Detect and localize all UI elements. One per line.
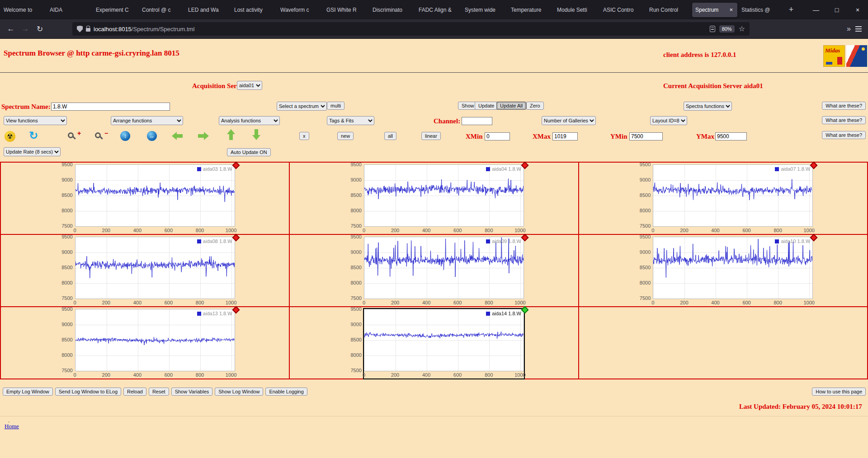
url-bar[interactable]: localhost:8015/Spectrum/Spectrum.tml 80%… [72,22,750,36]
enable-logging-button[interactable]: Enable Logging [265,388,307,396]
gallery-cell-aida13[interactable]: 95009000850080007500aida13 1.8.W02004006… [0,307,289,379]
back-button[interactable]: ← [4,22,18,36]
new-button[interactable]: new [337,132,354,140]
what-are-these-button-1[interactable]: What are these? [822,102,866,110]
select-spectrum-dropdown[interactable]: Select a spectrum [277,102,327,111]
y-axis-labels: 95009000850080007500 [344,164,364,227]
all-button[interactable]: all [384,132,396,140]
browser-tab-gsi-white-r[interactable]: GSI White R [323,3,368,17]
zoom-in-icon[interactable]: + [68,132,83,142]
gallery-cell-aida07[interactable]: 95009000850080007500aida07 1.8.W02004006… [579,162,868,234]
browser-tab-asic-contro[interactable]: ASIC Contro [600,3,645,17]
gallery-cell-aida14[interactable]: 95009000850080007500aida14 1.8.W02004006… [289,307,578,379]
zero-button[interactable]: Zero [526,102,544,110]
refresh-spectra-icon[interactable]: ↻ [29,130,38,141]
browser-tab-temperature[interactable]: Temperature [508,3,553,17]
update-all-button[interactable]: Update All [496,102,526,110]
bookmark-star-icon[interactable]: ☆ [739,25,745,33]
arrange-functions-dropdown[interactable]: Arrange functions [111,116,183,125]
move-left-icon[interactable] [172,132,184,140]
minimize-button[interactable]: — [806,0,826,19]
auto-update-button[interactable]: Auto Update ON [227,148,271,156]
browser-tab-module-setti[interactable]: Module Setti [554,3,599,17]
y-axis-labels: 95009000850080007500 [344,237,364,299]
browser-tab-lost-activity[interactable]: Lost activity [231,3,276,17]
show-log-window-button[interactable]: Show Log Window [215,388,263,396]
ymin-input[interactable] [629,132,663,140]
x-axis-labels: 02004006008001000 [653,299,813,306]
gallery-cell-aida09[interactable]: 95009000850080007500aida09 1.8.W02004006… [289,234,578,307]
home-link[interactable]: Home [5,423,19,430]
send-log-window-to-elog-button[interactable]: Send Log Window to ELog [55,388,121,396]
url-host: localhost:8015 [94,26,132,33]
ymax-input[interactable] [715,132,747,140]
browser-tab-waveform-c[interactable]: Waveform c [277,3,322,17]
menu-button[interactable] [855,26,862,32]
x-button[interactable]: x [299,132,309,140]
overflow-chevron-icon[interactable]: » [847,25,851,33]
x-tick-label: 0 [74,228,76,233]
browser-tab-discriminato[interactable]: Discriminato [369,3,415,17]
tags-fits-dropdown[interactable]: Tags & Fits [327,116,374,125]
analysis-functions-dropdown[interactable]: Analysis functions [219,116,280,125]
tracking-protection-shield-icon[interactable] [77,26,83,33]
layout-id-dropdown[interactable]: Layout ID=8 [650,116,687,125]
browser-tab-led-and-wa[interactable]: LED and Wa [185,3,230,17]
reload-button[interactable]: ↻ [33,22,47,36]
move-down-icon[interactable] [252,129,260,141]
browser-tab-statistics[interactable]: Statistics @ [738,3,783,17]
browser-tab-welcome-to[interactable]: Welcome to [0,3,46,17]
spectra-functions-dropdown[interactable]: Spectra functions [684,102,732,111]
browser-tab-run-control[interactable]: Run Control [646,3,691,17]
xmax-input[interactable] [552,132,578,140]
browser-tab-experiment-c[interactable]: Experiment C [93,3,138,17]
reload-button[interactable]: Reload [123,388,146,396]
lock-icon[interactable] [86,28,90,32]
update-button[interactable]: Update [475,102,498,110]
tab-close-icon[interactable]: × [728,6,734,13]
reset-button[interactable]: Reset [149,388,169,396]
multi-button[interactable]: multi [327,102,344,110]
radiation-icon[interactable]: ☢ [5,131,15,142]
move-up-icon[interactable] [227,129,235,141]
browser-tab-system-wide[interactable]: System wide [462,3,507,17]
linear-button[interactable]: linear [421,132,441,140]
acquisition-server-select[interactable]: aida01 [237,81,262,90]
what-are-these-button-3[interactable]: What are these? [822,131,866,139]
zoom-out-icon[interactable]: − [95,132,110,142]
browser-tab-spectrum[interactable]: Spectrum× [692,3,737,17]
expand-y-icon[interactable]: ↕ [120,131,130,141]
move-right-icon[interactable] [198,132,210,140]
expand-x-icon[interactable]: ↔ [147,131,157,141]
chart-canvas [653,237,813,299]
browser-tab-aida[interactable]: AIDA [47,3,92,17]
show-variables-button[interactable]: Show Variables [171,388,213,396]
spectrum-name-input[interactable] [51,103,170,111]
channel-input[interactable] [462,117,492,125]
y-tick-label: 9000 [640,177,651,182]
chart-legend: aida09 1.8.W [486,238,521,244]
zoom-indicator[interactable]: 80% [719,25,735,33]
close-button[interactable]: × [847,0,868,19]
how-to-use-button[interactable]: How to use this page [812,388,866,396]
browser-tab-control-c[interactable]: Control @ c [139,3,184,17]
y-tick-label: 9500 [61,162,72,167]
what-are-these-button-2[interactable]: What are these? [822,116,866,124]
empty-log-window-button[interactable]: Empty Log Window [3,388,53,396]
maximize-button[interactable]: □ [826,0,847,19]
galleries-dropdown[interactable]: Number of Galleries [542,116,596,125]
reader-mode-icon[interactable] [710,26,715,32]
view-functions-dropdown[interactable]: View functions [4,116,67,125]
gallery-cell-aida10[interactable]: 95009000850080007500aida10 1.8.W02004006… [579,234,868,307]
x-tick-label: 200 [102,228,110,233]
gallery-cell-aida08[interactable]: 95009000850080007500aida08 1.8.W02004006… [0,234,289,307]
update-rate-dropdown[interactable]: Update Rate (8 secs) [4,147,61,156]
x-tick-label: 200 [391,300,399,305]
gallery-cell-aida04[interactable]: 95009000850080007500aida04 1.8.W02004006… [289,162,578,234]
xmin-input[interactable] [485,132,510,140]
plot-area: aida07 1.8.W02004006008001000 [653,164,813,234]
new-tab-button[interactable]: + [785,4,797,16]
forward-button[interactable]: → [18,22,33,36]
browser-tab-fadc-align[interactable]: FADC Align & [415,3,461,17]
gallery-cell-aida03[interactable]: 95009000850080007500aida03 1.8.W02004006… [0,162,289,234]
